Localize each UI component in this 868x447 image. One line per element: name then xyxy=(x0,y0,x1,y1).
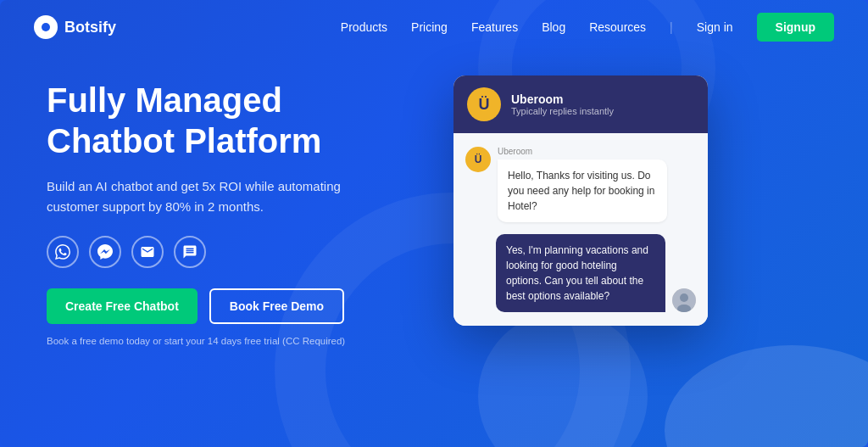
chat-bot-message: Ü Uberoom Hello, Thanks for visiting us.… xyxy=(465,147,696,222)
signup-button[interactable]: Signup xyxy=(757,13,834,42)
logo-text: Botsify xyxy=(64,19,116,36)
nav-link-blog[interactable]: Blog xyxy=(542,20,565,34)
messenger-icon[interactable] xyxy=(89,236,121,268)
main-content: Fully Managed Chatbot Platform Build an … xyxy=(0,54,868,447)
nav-link-products[interactable]: Products xyxy=(341,20,387,34)
logo-area: Botsify xyxy=(34,15,116,39)
nav-link-features[interactable]: Features xyxy=(471,20,518,34)
nav-link-pricing[interactable]: Pricing xyxy=(411,20,448,34)
chat-header: Ü Uberoom Typically replies instantly xyxy=(453,75,708,133)
chat-icon[interactable] xyxy=(174,236,206,268)
hero-title-line2: Chatbot Platform xyxy=(47,122,321,159)
chat-user-avatar xyxy=(672,288,696,312)
chat-bot-sender: Uberoom xyxy=(498,147,667,156)
hero-title: Fully Managed Chatbot Platform xyxy=(47,80,403,161)
chat-widget: Ü Uberoom Typically replies instantly Ü … xyxy=(453,75,708,326)
chat-bot-status: Typically replies instantly xyxy=(511,106,614,116)
chat-header-info: Uberoom Typically replies instantly xyxy=(511,92,614,116)
chat-user-bubble: Yes, I'm planning vacations and looking … xyxy=(496,234,665,312)
navbar: Botsify Products Pricing Features Blog R… xyxy=(0,0,868,54)
right-content: Ü Uberoom Typically replies instantly Ü … xyxy=(428,71,733,326)
cta-buttons: Create Free Chatbot Book Free Demo xyxy=(47,288,403,324)
nav-divider: | xyxy=(670,20,673,34)
nav-links: Products Pricing Features Blog Resources… xyxy=(341,13,834,42)
nav-link-resources[interactable]: Resources xyxy=(589,20,646,34)
chat-bot-bubble: Hello, Thanks for visiting us. Do you ne… xyxy=(498,159,667,222)
page-wrapper: Botsify Products Pricing Features Blog R… xyxy=(0,0,868,447)
hero-title-line1: Fully Managed xyxy=(47,81,282,119)
nav-signin-link[interactable]: Sign in xyxy=(697,20,733,34)
logo-icon xyxy=(34,15,58,39)
chat-bot-name: Uberoom xyxy=(511,92,614,106)
chat-bot-bubble-wrap: Uberoom Hello, Thanks for visiting us. D… xyxy=(498,147,667,222)
left-content: Fully Managed Chatbot Platform Build an … xyxy=(47,71,403,346)
social-icons xyxy=(47,236,403,268)
email-icon[interactable] xyxy=(131,236,164,268)
svg-point-1 xyxy=(680,293,688,302)
book-demo-button[interactable]: Book Free Demo xyxy=(209,288,344,324)
chat-body: Ü Uberoom Hello, Thanks for visiting us.… xyxy=(453,133,708,326)
whatsapp-icon[interactable] xyxy=(47,236,79,268)
disclaimer-text: Book a free demo today or start your 14 … xyxy=(47,336,403,346)
chat-user-message: Yes, I'm planning vacations and looking … xyxy=(465,234,696,312)
chat-header-avatar: Ü xyxy=(467,87,501,121)
hero-subtitle: Build an AI chatbot and get 5x ROI while… xyxy=(47,176,352,217)
chat-bot-avatar: Ü xyxy=(465,147,491,172)
create-chatbot-button[interactable]: Create Free Chatbot xyxy=(47,288,198,324)
